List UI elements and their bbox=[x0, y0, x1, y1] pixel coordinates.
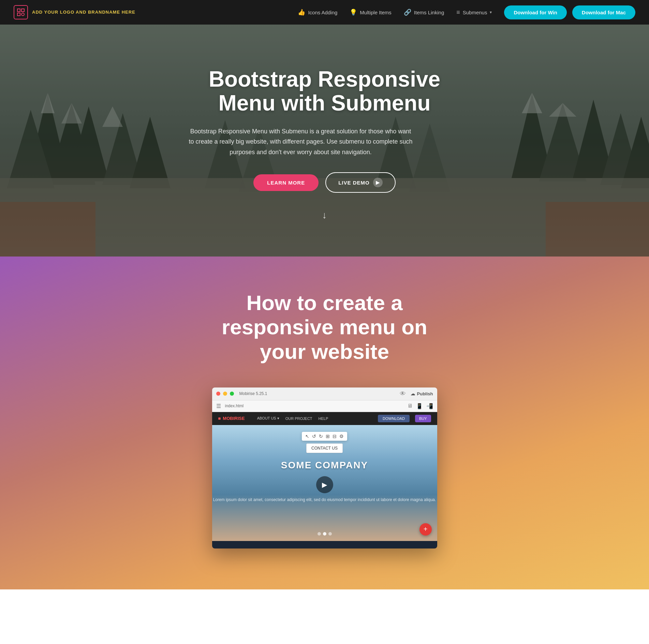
cloud-upload-icon: ☁ bbox=[411, 391, 415, 396]
nav-link-submenus-label: Submenus bbox=[463, 10, 487, 15]
thumbs-up-icon: 👍 bbox=[298, 9, 305, 16]
navbar: ADD YOUR LOGO AND BRANDNAME HERE 👍 Icons… bbox=[0, 0, 649, 25]
window-close-dot[interactable] bbox=[216, 392, 220, 396]
learn-more-button[interactable]: LEARN MORE bbox=[253, 174, 319, 191]
app-body: ↖ ↺ ↻ ⊞ ⊟ ⚙ CONTACT US SOME COMPANY ▶ Lo… bbox=[212, 425, 437, 541]
app-nav-links: ABOUT US ▾ OUR PROJECT HELP bbox=[257, 416, 328, 421]
app-download-btn[interactable]: DOWNLOAD bbox=[378, 415, 410, 422]
app-screenshot: Mobirise 5.25.1 👁 ☁ Publish ☰ index.html… bbox=[212, 387, 437, 548]
app-action-btn[interactable]: BUY bbox=[415, 415, 431, 422]
logo-text: ADD YOUR LOGO AND BRANDNAME HERE bbox=[32, 10, 135, 15]
app-header: ■ MOBIRISE ABOUT US ▾ OUR PROJECT HELP D… bbox=[212, 412, 437, 425]
live-demo-label: LIVE DEMO bbox=[338, 180, 370, 186]
hero-title: Bootstrap Responsive Menu with Submenu bbox=[188, 67, 461, 115]
file-path: index.html bbox=[225, 404, 244, 408]
window-toolbar: 👁 ☁ Publish bbox=[400, 390, 433, 397]
logo-icon bbox=[14, 5, 28, 19]
app-nav-help[interactable]: HELP bbox=[319, 416, 328, 421]
publish-button[interactable]: ☁ Publish bbox=[411, 391, 433, 396]
nav-link-items-linking[interactable]: 🔗 Items Linking bbox=[404, 9, 444, 16]
grid-icon: ⊞ bbox=[326, 434, 330, 439]
app-brand-name: MOBIRISE bbox=[223, 416, 245, 421]
video-section: How to create a responsive menu on your … bbox=[0, 257, 649, 589]
app-preview-subtext: Lorem ipsum dolor sit amet, consectetur … bbox=[213, 497, 436, 503]
desktop-icon[interactable]: 🖥 bbox=[407, 403, 413, 409]
hero-description: Bootstrap Responsive Menu with Submenu i… bbox=[188, 126, 413, 158]
window-minimize-dot[interactable] bbox=[223, 392, 227, 396]
app-logo-icon: ■ bbox=[218, 416, 221, 421]
menu-lines-icon: ≡ bbox=[456, 9, 460, 16]
fab-add-button[interactable]: + bbox=[419, 523, 432, 536]
rotate-icon: ↺ bbox=[312, 434, 316, 439]
nav-link-icons-adding-label: Icons Adding bbox=[308, 10, 337, 15]
nav-link-icons-adding[interactable]: 👍 Icons Adding bbox=[298, 9, 337, 16]
nav-link-submenus[interactable]: ≡ Submenus ▾ bbox=[456, 9, 492, 16]
cursor-icon: ↖ bbox=[305, 434, 309, 439]
live-demo-button[interactable]: LIVE DEMO ▶ bbox=[325, 172, 396, 193]
hero-content: Bootstrap Responsive Menu with Submenu B… bbox=[188, 67, 461, 193]
svg-point-3 bbox=[21, 13, 24, 16]
app-preview-headline: SOME COMPANY bbox=[281, 460, 368, 471]
link-icon: 🔗 bbox=[404, 9, 411, 16]
nav-link-items-linking-label: Items Linking bbox=[414, 10, 444, 15]
layers-icon: ⊟ bbox=[333, 434, 337, 439]
video-section-title: How to create a responsive menu on your … bbox=[205, 291, 444, 364]
settings-icon: ⚙ bbox=[339, 434, 344, 439]
svg-rect-1 bbox=[21, 9, 24, 12]
app-preview: ■ MOBIRISE ABOUT US ▾ OUR PROJECT HELP D… bbox=[212, 412, 437, 548]
rotate-r-icon: ↻ bbox=[319, 434, 323, 439]
device-switcher: 🖥 📱 📲 bbox=[407, 403, 433, 409]
window-maximize-dot[interactable] bbox=[230, 392, 234, 396]
lightbulb-icon: 💡 bbox=[350, 9, 357, 16]
mobile-icon[interactable]: 📲 bbox=[426, 403, 433, 409]
carousel-dot-1[interactable] bbox=[318, 532, 321, 536]
nav-logo[interactable]: ADD YOUR LOGO AND BRANDNAME HERE bbox=[14, 5, 135, 19]
tablet-icon[interactable]: 📱 bbox=[416, 403, 423, 409]
chevron-down-icon: ▾ bbox=[490, 10, 492, 15]
window-title: Mobirise 5.25.1 bbox=[239, 391, 267, 396]
scroll-down-arrow[interactable]: ↓ bbox=[322, 210, 327, 221]
video-play-button[interactable]: ▶ bbox=[316, 476, 333, 493]
hero-buttons: LEARN MORE LIVE DEMO ▶ bbox=[188, 172, 461, 193]
contact-us-button[interactable]: CONTACT US bbox=[306, 443, 343, 453]
download-mac-button[interactable]: Download for Mac bbox=[572, 5, 635, 19]
publish-label: Publish bbox=[417, 391, 433, 396]
carousel-dot-3[interactable] bbox=[328, 532, 332, 536]
nav-links: 👍 Icons Adding 💡 Multiple Items 🔗 Items … bbox=[298, 9, 492, 16]
svg-rect-2 bbox=[17, 13, 20, 16]
app-nav-about[interactable]: ABOUT US ▾ bbox=[257, 416, 279, 421]
carousel-dots bbox=[318, 532, 332, 536]
nav-link-multiple-items[interactable]: 💡 Multiple Items bbox=[350, 9, 392, 16]
play-circle-icon: ▶ bbox=[373, 178, 383, 187]
eye-icon[interactable]: 👁 bbox=[400, 390, 406, 397]
window-title-bar: Mobirise 5.25.1 👁 ☁ Publish bbox=[212, 387, 437, 400]
carousel-dot-2[interactable] bbox=[323, 532, 326, 536]
nav-link-multiple-items-label: Multiple Items bbox=[360, 10, 392, 15]
download-win-button[interactable]: Download for Win bbox=[504, 5, 566, 19]
hero-section: Bootstrap Responsive Menu with Submenu B… bbox=[0, 25, 649, 257]
app-nav-bar: ☰ index.html 🖥 📱 📲 bbox=[212, 400, 437, 412]
floating-toolbar: ↖ ↺ ↻ ⊞ ⊟ ⚙ bbox=[302, 432, 347, 441]
app-nav-project[interactable]: OUR PROJECT bbox=[285, 416, 312, 421]
hamburger-icon[interactable]: ☰ bbox=[216, 403, 221, 409]
svg-rect-0 bbox=[17, 9, 20, 12]
nav-buttons: Download for Win Download for Mac bbox=[504, 5, 635, 19]
app-logo: ■ MOBIRISE bbox=[218, 416, 245, 421]
